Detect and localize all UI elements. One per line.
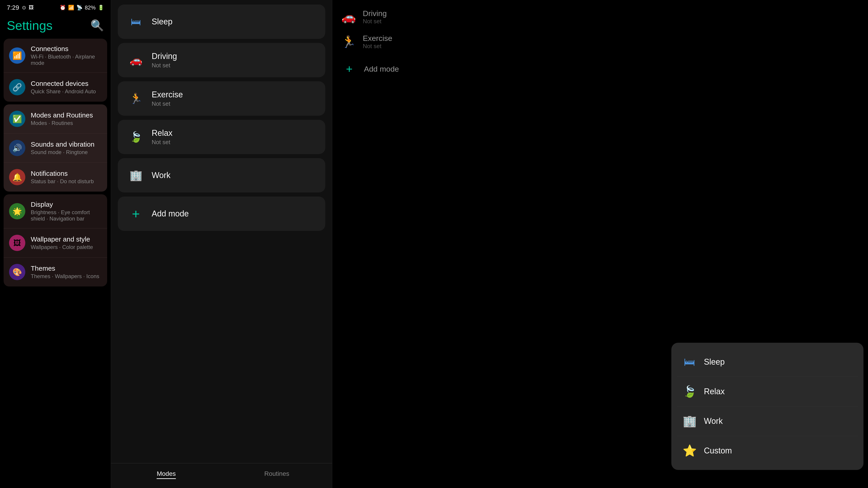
modes-icon: ✅ [9,111,25,127]
settings-item-display[interactable]: 🌟 Display Brightness · Eye comfort shiel… [4,194,107,228]
driving-mode-icon: 🚗 [127,51,145,69]
right-add-mode-label: Add mode [364,65,399,73]
right-panel: 🚗 Driving Not set 🏃 Exercise Not set + A… [332,0,868,488]
mode-item-add[interactable]: + Add mode [118,197,325,231]
work-mode-icon: 🏢 [127,166,145,184]
modes-sub: Modes · Routines [31,120,102,126]
add-mode-icon: + [127,205,145,223]
exercise-mode-sub: Not set [152,100,316,107]
right-driving-sub: Not set [363,18,387,25]
display-sub: Brightness · Eye comfort shield · Naviga… [31,209,102,222]
popup-sleep-label: Sleep [704,357,725,367]
popup-work-label: Work [704,416,723,426]
left-panel: 7:29 ⊙ 🖼 ⏰ 📶 📡 82% 🔋 Settings 🔍 📶 Connec… [0,0,111,488]
driving-mode-sub: Not set [152,62,316,69]
alarm-icon: ⏰ [60,5,66,11]
mode-item-driving[interactable]: 🚗 Driving Not set [118,43,325,77]
settings-group-connections: 📶 Connections Wi-Fi · Bluetooth · Airpla… [4,39,107,102]
tab-routines[interactable]: Routines [221,468,332,481]
sounds-title: Sounds and vibration [31,140,102,148]
tab-modes[interactable]: Modes [111,468,221,481]
mode-item-sleep[interactable]: 🛏 Sleep [118,4,325,39]
right-mode-row-exercise[interactable]: 🏃 Exercise Not set [341,32,859,52]
driving-mode-name: Driving [152,52,316,61]
themes-sub: Themes · Wallpapers · Icons [31,273,102,280]
middle-panel: 🛏 Sleep 🚗 Driving Not set 🏃 Exercise Not… [111,0,332,488]
settings-item-themes[interactable]: 🎨 Themes Themes · Wallpapers · Icons [4,258,107,287]
display-icon: 🌟 [9,203,25,219]
popup-card: 🛏 Sleep 🍃 Relax 🏢 Work ⭐ Custom [671,343,864,470]
relax-mode-sub: Not set [152,139,316,146]
right-mode-row-driving[interactable]: 🚗 Driving Not set [341,7,859,27]
themes-title: Themes [31,265,102,272]
relax-mode-name: Relax [152,128,316,138]
battery-icon: 🔋 [98,5,104,11]
bottom-tabs: Modes Routines [111,463,332,488]
notifications-sub: Status bar · Do not disturb [31,178,102,185]
right-exercise-sub: Not set [363,43,392,50]
right-exercise-name: Exercise [363,34,392,43]
sleep-mode-name: Sleep [152,17,316,26]
mode-item-exercise[interactable]: 🏃 Exercise Not set [118,81,325,116]
settings-item-sounds[interactable]: 🔊 Sounds and vibration Sound mode · Ring… [4,133,107,163]
mode-list: 🛏 Sleep 🚗 Driving Not set 🏃 Exercise Not… [111,0,332,463]
right-top-modes: 🚗 Driving Not set 🏃 Exercise Not set + A… [341,0,859,86]
connections-sub: Wi-Fi · Bluetooth · Airplane mode [31,54,102,66]
settings-item-modes[interactable]: ✅ Modes and Routines Modes · Routines [4,104,107,133]
settings-item-connected-devices[interactable]: 🔗 Connected devices Quick Share · Androi… [4,73,107,102]
right-add-mode-icon: + [341,61,357,77]
popup-custom-icon: ⭐ [683,444,696,457]
add-mode-label: Add mode [152,209,316,219]
settings-item-notifications[interactable]: 🔔 Notifications Status bar · Do not dist… [4,163,107,192]
location-icon: ⊙ [22,5,26,11]
search-button[interactable]: 🔍 [90,19,104,32]
settings-title: Settings [7,18,53,33]
tab-modes-label: Modes [157,470,176,479]
sleep-mode-icon: 🛏 [127,13,145,31]
connected-devices-sub: Quick Share · Android Auto [31,88,102,95]
wifi-icon: 📶 [68,5,74,11]
settings-item-connections[interactable]: 📶 Connections Wi-Fi · Bluetooth · Airpla… [4,39,107,73]
status-bar: 7:29 ⊙ 🖼 ⏰ 📶 📡 82% 🔋 [0,0,111,13]
work-mode-name: Work [152,170,316,180]
popup-relax-label: Relax [704,387,725,396]
settings-group-modes: ✅ Modes and Routines Modes · Routines 🔊 … [4,104,107,192]
display-title: Display [31,201,102,208]
right-exercise-icon: 🏃 [341,35,356,49]
battery-label: 82% [85,4,96,11]
connections-icon: 📶 [9,47,25,64]
tab-routines-label: Routines [264,470,289,478]
mode-item-relax[interactable]: 🍃 Relax Not set [118,120,325,154]
settings-item-wallpaper[interactable]: 🖼 Wallpaper and style Wallpapers · Color… [4,228,107,258]
themes-icon: 🎨 [9,264,25,280]
settings-group-display: 🌟 Display Brightness · Eye comfort shiel… [4,194,107,287]
connected-devices-title: Connected devices [31,80,102,88]
exercise-mode-icon: 🏃 [127,90,145,107]
right-driving-name: Driving [363,9,387,18]
connected-devices-icon: 🔗 [9,79,25,95]
settings-header: Settings 🔍 [0,13,111,37]
popup-sleep-icon: 🛏 [683,355,696,368]
relax-mode-icon: 🍃 [127,128,145,146]
wallpaper-icon: 🖼 [9,235,25,251]
notifications-icon: 🔔 [9,169,25,185]
exercise-mode-name: Exercise [152,90,316,99]
wallpaper-sub: Wallpapers · Color palette [31,244,102,250]
popup-item-work[interactable]: 🏢 Work [671,406,864,436]
popup-custom-label: Custom [704,446,732,455]
gallery-icon: 🖼 [29,5,34,11]
popup-item-sleep[interactable]: 🛏 Sleep [671,347,864,377]
right-add-mode[interactable]: + Add mode [341,59,859,79]
popup-item-relax[interactable]: 🍃 Relax [671,377,864,406]
sounds-icon: 🔊 [9,140,25,156]
popup-work-icon: 🏢 [683,415,696,428]
sounds-sub: Sound mode · Ringtone [31,149,102,156]
connections-title: Connections [31,45,102,53]
popup-relax-icon: 🍃 [683,385,696,398]
popup-item-custom[interactable]: ⭐ Custom [671,436,864,465]
modes-title: Modes and Routines [31,111,102,119]
notifications-title: Notifications [31,170,102,177]
wallpaper-title: Wallpaper and style [31,235,102,243]
mode-item-work[interactable]: 🏢 Work [118,158,325,193]
time-display: 7:29 [7,4,19,11]
